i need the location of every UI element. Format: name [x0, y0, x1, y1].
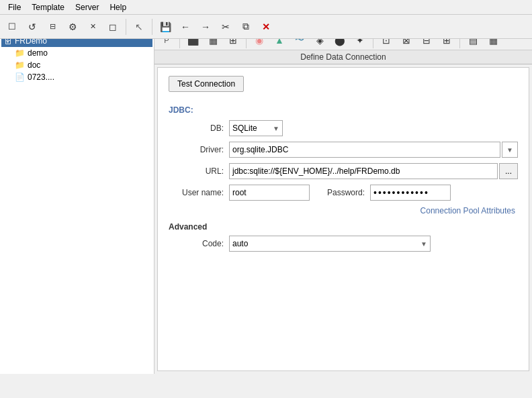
main-sep1	[126, 19, 126, 35]
undo-btn2[interactable]: ←	[176, 17, 195, 36]
connection-pool-link[interactable]: Connection Pool Attributes	[420, 206, 515, 215]
menu-bar: File Template Server Help	[0, 0, 532, 15]
dialog-content: Test Connection JDBC: DB: SQLite ▼ Drive…	[157, 67, 529, 371]
folder-icon: 📁	[15, 48, 25, 58]
main-toolbar: ☐ ↺ ⊟ ⚙ ✕ ◻ ↖ 💾 ← → ✂ ⧉ ✕	[0, 15, 532, 39]
driver-control: org.sqlite.JDBC ▼	[229, 142, 518, 158]
url-input[interactable]: jdbc:sqlite://${ENV_HOME}/../help/FRDemo…	[229, 163, 498, 179]
code-select-arrow: ▼	[420, 240, 427, 248]
template-btn2[interactable]: ⊟	[43, 17, 62, 36]
db-row: DB: SQLite ▼	[169, 120, 518, 136]
preview-btn2[interactable]: ◻	[103, 17, 122, 36]
code-row: Code: auto ▼	[169, 236, 518, 252]
redo-btn2[interactable]: →	[196, 17, 215, 36]
password-input[interactable]: ••••••••••••	[370, 185, 451, 201]
right-content: 📊 📋 finereport.frm * ✕ P ⬛ ▦ ⊞ ◉ ▲ 〜	[154, 15, 532, 374]
tree-item-doc[interactable]: 📁 doc	[1, 59, 152, 71]
driver-arrow-icon: ▼	[506, 146, 513, 154]
url-browse-btn[interactable]: ...	[499, 163, 518, 179]
new-file-btn[interactable]: ☐	[3, 17, 21, 36]
credentials-row: User name: root Password: ••••••••••••	[169, 185, 518, 201]
refresh-btn[interactable]: ↺	[23, 17, 42, 36]
save-btn2[interactable]: 💾	[156, 17, 175, 36]
username-group: User name: root	[169, 185, 310, 201]
url-input-group: jdbc:sqlite://${ENV_HOME}/../help/FRDemo…	[229, 163, 518, 179]
menu-template[interactable]: Template	[26, 1, 70, 13]
driver-dropdown-btn[interactable]: ▼	[502, 142, 518, 158]
code-label: Code:	[169, 239, 229, 248]
close-red-btn2[interactable]: ✕	[257, 17, 275, 36]
menu-server[interactable]: Server	[70, 1, 104, 13]
main-layout: + ✕ ⧉ ↑ ↓ ⇓ 🗄 FRDemo 📁 demo 📁 doc 📄 07	[0, 15, 532, 374]
copy-btn2[interactable]: ⧉	[236, 17, 255, 36]
db-label: DB:	[169, 123, 229, 133]
db-select[interactable]: SQLite ▼	[229, 120, 283, 136]
cursor-indicator: ↖	[130, 17, 148, 36]
driver-label: Driver:	[169, 145, 229, 154]
db-control: SQLite ▼	[229, 120, 518, 136]
dialog-title: Define Data Connection	[154, 50, 532, 64]
left-panel: + ✕ ⧉ ↑ ↓ ⇓ 🗄 FRDemo 📁 demo 📁 doc 📄 07	[0, 15, 154, 374]
username-label: User name:	[169, 188, 229, 197]
advanced-section: Advanced Code: auto ▼	[169, 222, 518, 252]
menu-help[interactable]: Help	[104, 1, 132, 13]
settings-btn2[interactable]: ⚙	[63, 17, 82, 36]
delete-btn2[interactable]: ✕	[83, 17, 102, 36]
driver-row: Driver: org.sqlite.JDBC ▼	[169, 142, 518, 158]
advanced-label: Advanced	[169, 222, 518, 232]
file-icon: 📄	[15, 72, 25, 82]
code-select[interactable]: auto ▼	[229, 236, 431, 252]
url-row: URL: jdbc:sqlite://${ENV_HOME}/../help/F…	[169, 163, 518, 179]
password-label: Password:	[323, 188, 370, 197]
folder-icon: 📁	[15, 60, 25, 70]
jdbc-label: JDBC:	[169, 105, 518, 115]
driver-input[interactable]: org.sqlite.JDBC	[229, 142, 500, 158]
code-control: auto ▼	[229, 236, 518, 252]
tree-item-0723[interactable]: 📄 0723....	[1, 71, 152, 83]
password-group: Password: ••••••••••••	[323, 185, 451, 201]
url-control: jdbc:sqlite://${ENV_HOME}/../help/FRDemo…	[229, 163, 518, 179]
pool-link-row: Connection Pool Attributes	[169, 206, 515, 215]
test-connection-btn[interactable]: Test Connection	[169, 76, 244, 92]
cut-btn2[interactable]: ✂	[216, 17, 235, 36]
main-sep2	[152, 19, 152, 35]
connection-tree: 🗄 FRDemo 📁 demo 📁 doc 📄 0723....	[0, 34, 154, 374]
driver-input-group: org.sqlite.JDBC ▼	[229, 142, 518, 158]
db-select-arrow: ▼	[273, 125, 279, 132]
username-input[interactable]: root	[229, 185, 310, 201]
tree-item-demo[interactable]: 📁 demo	[1, 47, 152, 59]
url-label: URL:	[169, 166, 229, 176]
menu-file[interactable]: File	[3, 1, 26, 13]
password-value: ••••••••••••	[373, 187, 429, 198]
